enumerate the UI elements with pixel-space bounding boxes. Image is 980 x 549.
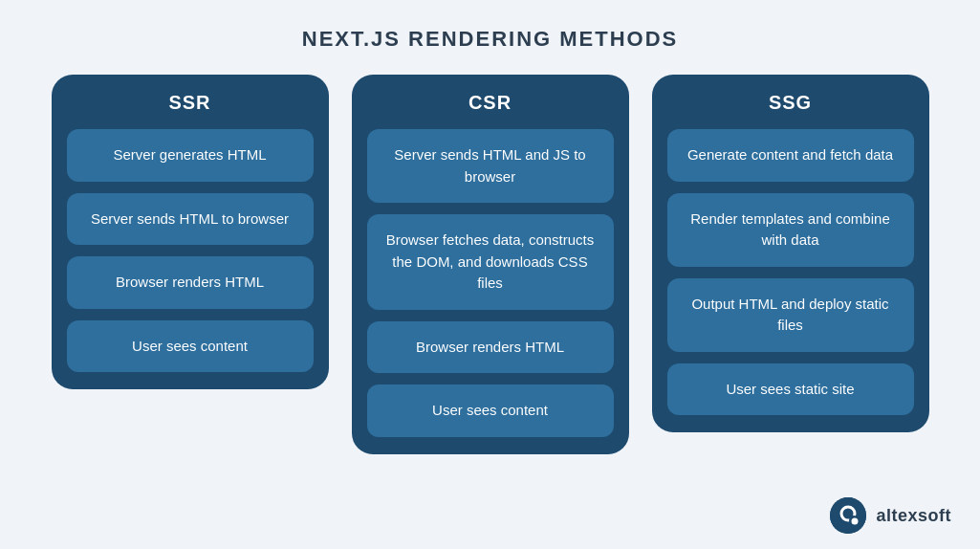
footer: altexsoft — [830, 497, 951, 534]
ssr-header: SSR — [52, 75, 329, 129]
ssr-card-3: Browser renders HTML — [67, 256, 314, 309]
ssr-card-4: User sees content — [67, 320, 314, 373]
page-title: NEXT.JS RENDERING METHODS — [302, 27, 679, 52]
logo-text: altexsoft — [876, 506, 951, 526]
ssg-card-3: Output HTML and deploy static files — [667, 278, 914, 352]
svg-point-0 — [830, 497, 866, 534]
logo-icon — [830, 497, 866, 534]
ssg-column: SSG Generate content and fetch data Rend… — [652, 75, 929, 432]
ssg-card-1: Generate content and fetch data — [667, 129, 914, 182]
ssg-card-4: User sees static site — [667, 363, 914, 416]
csr-column: CSR Server sends HTML and JS to browser … — [352, 75, 629, 454]
csr-card-4: User sees content — [367, 384, 614, 437]
csr-header: CSR — [352, 75, 629, 129]
csr-card-1: Server sends HTML and JS to browser — [367, 129, 614, 203]
svg-point-3 — [852, 518, 859, 525]
csr-card-2: Browser fetches data, constructs the DOM… — [367, 214, 614, 310]
columns-container: SSR Server generates HTML Server sends H… — [0, 75, 980, 454]
ssr-card-2: Server sends HTML to browser — [67, 193, 314, 246]
csr-card-3: Browser renders HTML — [367, 321, 614, 374]
ssr-column: SSR Server generates HTML Server sends H… — [52, 75, 329, 389]
ssg-card-2: Render templates and combine with data — [667, 193, 914, 267]
ssg-header: SSG — [652, 75, 929, 129]
ssr-card-1: Server generates HTML — [67, 129, 314, 182]
